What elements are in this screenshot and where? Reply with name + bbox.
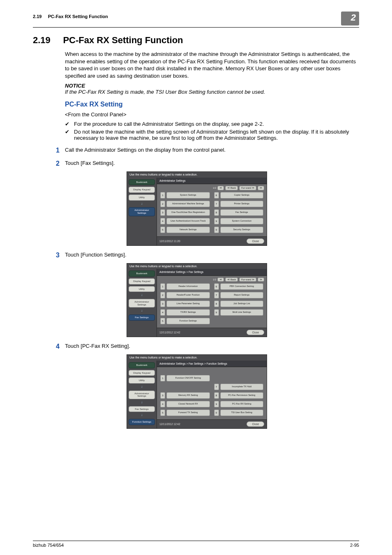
header-footer-position-button[interactable]: Header/Footer Position bbox=[166, 292, 210, 298]
pbx-connection-setting-button[interactable]: PBX Connection Setting bbox=[220, 283, 264, 290]
prereq-row: ✔ Do not leave the machine with the sett… bbox=[65, 129, 359, 141]
menu-index: 1 bbox=[160, 375, 165, 382]
function-on-off-setting-button[interactable]: Function ON/OFF Setting bbox=[166, 375, 210, 382]
menu-index: 5 bbox=[160, 409, 165, 416]
page-footer: bizhub 754/654 2-95 bbox=[33, 541, 359, 548]
fax-settings-side-button[interactable]: Fax Settings bbox=[129, 314, 155, 321]
multi-line-settings-button[interactable]: Multi Line Settings bbox=[220, 309, 264, 316]
admin-machine-settings-button[interactable]: Administrator/ Machine Settings bbox=[166, 201, 210, 207]
chevron-down-icon: ↓ bbox=[129, 309, 155, 313]
close-button[interactable]: Close bbox=[247, 330, 264, 335]
menu-index: 6 bbox=[214, 283, 219, 290]
menu-index: 4 bbox=[160, 218, 165, 224]
menu-index: 9 bbox=[214, 218, 219, 224]
menu-index: 5 bbox=[160, 318, 165, 324]
header-information-button[interactable]: Header Information bbox=[166, 283, 210, 290]
administrator-settings-button[interactable]: Administrator Settings bbox=[129, 299, 155, 308]
menu-index: 0 bbox=[214, 227, 219, 233]
running-head: 2.19 PC-Fax RX Setting Function bbox=[33, 12, 108, 19]
step-row: 2 Touch [Fax Settings]. bbox=[56, 160, 359, 167]
close-button[interactable]: Close bbox=[247, 238, 264, 244]
admin-settings-panel: Use the menu buttons or keypad to make a… bbox=[127, 171, 267, 246]
panel-timestamp: 12/11/2012 12:42 bbox=[159, 423, 180, 426]
copier-settings-button[interactable]: Copier Settings bbox=[220, 192, 264, 199]
pager-indicator: 1/2 bbox=[213, 187, 216, 190]
line-parameter-setting-button[interactable]: Line Parameter Setting bbox=[166, 301, 210, 307]
panel-hint: Use the menu buttons or keypad to make a… bbox=[127, 355, 267, 361]
breadcrumb: Administrator Settings > Fax Settings bbox=[157, 269, 267, 275]
notice-text: If the PC-Fax RX Setting is made, the TS… bbox=[65, 89, 359, 95]
pager-first-button[interactable]: ≪ bbox=[217, 278, 224, 282]
panel-timestamp: 12/11/2012 11:20 bbox=[159, 240, 180, 243]
user-auth-account-button[interactable]: User Authentication/ Account Track bbox=[166, 218, 210, 224]
subheading: PC-Fax RX Setting bbox=[65, 101, 359, 108]
close-button[interactable]: Close bbox=[247, 421, 264, 427]
security-settings-button[interactable]: Security Settings bbox=[220, 227, 264, 233]
pager-back-button[interactable]: ≪ Back bbox=[225, 278, 238, 282]
function-settings-button[interactable]: Function Settings bbox=[166, 318, 210, 324]
breadcrumb: Administrator Settings bbox=[157, 178, 267, 184]
one-touch-userbox-button[interactable]: One-Touch/User Box Registration bbox=[166, 209, 210, 216]
running-head-section: 2.19 bbox=[33, 14, 42, 19]
step-row: 4 Touch [PC-Fax RX Setting]. bbox=[56, 343, 359, 350]
menu-index: 3 bbox=[160, 301, 165, 307]
menu-index: 7 bbox=[214, 201, 219, 207]
network-settings-button[interactable]: Network Settings bbox=[166, 227, 210, 233]
footer-left: bizhub 754/654 bbox=[33, 543, 64, 548]
check-icon: ✔ bbox=[65, 121, 74, 127]
administrator-settings-button[interactable]: Administrator Settings bbox=[129, 391, 155, 399]
utility-button[interactable]: Utility bbox=[129, 377, 155, 384]
pc-fax-permission-setting-button[interactable]: PC-Fax Permission Setting bbox=[220, 392, 264, 399]
display-keypad-button[interactable]: Display Keypad bbox=[129, 187, 155, 193]
display-keypad-button[interactable]: Display Keypad bbox=[129, 370, 155, 376]
chevron-down-icon: ↓ bbox=[129, 202, 155, 206]
fax-settings-side-button[interactable]: Fax Settings bbox=[129, 406, 155, 412]
pager-back-button[interactable]: ≪ Back bbox=[225, 186, 238, 190]
utility-button[interactable]: Utility bbox=[129, 194, 155, 201]
tx-rx-settings-button[interactable]: TX/RX Settings bbox=[166, 309, 210, 316]
menu-index: 0 bbox=[214, 409, 219, 416]
from-panel-label: <From the Control Panel> bbox=[65, 111, 359, 118]
utility-button[interactable]: Utility bbox=[129, 286, 155, 292]
intro-paragraph: When access to the machine by the admini… bbox=[65, 51, 359, 79]
check-icon: ✔ bbox=[65, 129, 74, 135]
bookmark-button[interactable]: Bookmark bbox=[129, 362, 155, 368]
menu-index: 4 bbox=[160, 309, 165, 316]
system-connection-button[interactable]: System Connection bbox=[220, 218, 264, 224]
display-keypad-button[interactable]: Display Keypad bbox=[129, 278, 155, 284]
menu-index: 8 bbox=[214, 209, 219, 216]
prereq-row: ✔ For the procedure to call the Administ… bbox=[65, 121, 359, 127]
bookmark-button[interactable]: Bookmark bbox=[129, 179, 155, 185]
function-settings-side-button[interactable]: Function Settings bbox=[129, 419, 155, 425]
chevron-down-icon: ↓ bbox=[129, 385, 155, 389]
menu-index: 6 bbox=[214, 192, 219, 199]
forward-tx-setting-button[interactable]: Forward TX Setting bbox=[166, 409, 210, 416]
menu-index: 4 bbox=[160, 401, 165, 407]
pager-first-button[interactable]: ≪ bbox=[217, 186, 224, 190]
header-rule bbox=[33, 27, 359, 28]
chapter-badge: 2 bbox=[341, 12, 359, 25]
closed-network-rx-button[interactable]: Closed Network RX bbox=[166, 401, 210, 407]
pager-forward-button[interactable]: For-ward ≫ bbox=[239, 278, 256, 282]
tsi-user-box-setting-button[interactable]: TSI User Box Setting bbox=[220, 409, 264, 416]
menu-index: 1 bbox=[160, 283, 165, 290]
incomplete-tx-hold-button[interactable]: Incomplete TX Hold bbox=[220, 384, 264, 390]
pager-forward-button[interactable]: For-ward ≫ bbox=[239, 186, 256, 190]
pager-last-button[interactable]: ≫ bbox=[258, 278, 264, 282]
administrator-settings-button[interactable]: Administrator Settings bbox=[129, 207, 155, 216]
job-settings-list-button[interactable]: Job Settings List bbox=[220, 301, 264, 307]
notice-label: NOTICE bbox=[65, 83, 359, 89]
bookmark-button[interactable]: Bookmark bbox=[129, 271, 155, 277]
step-row: 3 Touch [Function Settings]. bbox=[56, 252, 359, 259]
function-settings-panel: Use the menu buttons or keypad to make a… bbox=[127, 354, 267, 429]
fax-settings-panel: Use the menu buttons or keypad to make a… bbox=[127, 263, 267, 338]
panel-hint: Use the menu buttons or keypad to make a… bbox=[127, 172, 267, 178]
menu-index: 9 bbox=[214, 309, 219, 316]
pager-last-button[interactable]: ≫ bbox=[258, 186, 264, 190]
report-settings-button[interactable]: Report Settings bbox=[220, 292, 264, 298]
pc-fax-rx-setting-button[interactable]: PC-Fax RX Setting bbox=[220, 401, 264, 407]
system-settings-button[interactable]: System Settings bbox=[166, 192, 210, 199]
memory-rx-setting-button[interactable]: Memory RX Setting bbox=[166, 392, 210, 399]
fax-settings-button[interactable]: Fax Settings bbox=[220, 209, 264, 216]
printer-settings-button[interactable]: Printer Settings bbox=[220, 201, 264, 207]
